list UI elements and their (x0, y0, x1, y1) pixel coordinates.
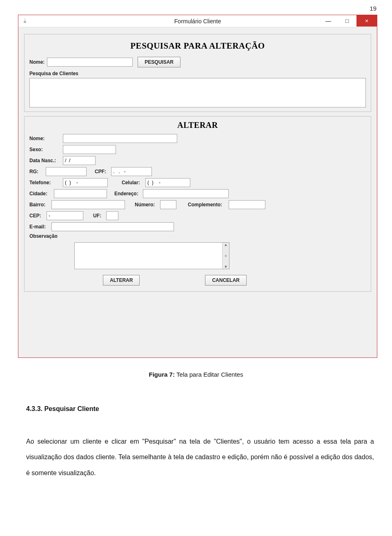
search-title: PESQUISAR PARA ALTERAÇÃO (29, 41, 366, 51)
figure-caption-prefix: Figura 7: (149, 371, 177, 378)
body-paragraph: Ao selecionar um cliente e clicar em "Pe… (26, 434, 374, 481)
nome-input[interactable] (63, 134, 177, 143)
minimize-button[interactable]: — (319, 15, 338, 27)
results-box[interactable] (29, 78, 366, 107)
close-button[interactable]: × (356, 15, 377, 27)
search-name-input[interactable] (47, 58, 133, 67)
textarea-scrollbar[interactable]: ▲ ≡ ▼ (222, 243, 229, 269)
endereco-input[interactable] (143, 189, 229, 198)
search-button[interactable]: PESQUISAR (138, 57, 180, 67)
celular-label: Celular: (122, 180, 141, 185)
page-number: 19 (370, 5, 376, 12)
obs-label: Observação (29, 233, 59, 239)
search-panel: PESQUISAR PARA ALTERAÇÃO Nome: PESQUISAR… (24, 34, 371, 112)
search-row: Nome: PESQUISAR (29, 57, 366, 67)
window-title: Formulário Cliente (174, 18, 221, 25)
telefone-label: Telefone: (29, 180, 59, 185)
cpf-label: CPF: (95, 169, 107, 174)
cidade-label: Cidade: (29, 191, 50, 197)
datanasc-input[interactable] (63, 156, 96, 165)
rg-label: RG: (29, 169, 42, 174)
email-input[interactable] (51, 222, 174, 231)
cep-label: CEP: (29, 213, 42, 219)
edit-panel: ALTERAR Nome: Sexo: Data Nasc.: RG: CPF:… (24, 116, 371, 292)
celular-input[interactable] (145, 178, 190, 187)
scroll-down-icon[interactable]: ▼ (224, 265, 228, 269)
endereco-label: Endereço: (114, 191, 139, 197)
numero-label: Número: (135, 202, 156, 208)
scroll-thumb-icon[interactable]: ≡ (225, 254, 227, 258)
email-label: E-mail: (29, 224, 47, 230)
title-bar: Formulário Cliente — □ × (18, 15, 377, 27)
cidade-input[interactable] (54, 189, 107, 198)
rg-input[interactable] (46, 167, 87, 176)
figure-caption-text: Tela para Editar Clientes (176, 371, 243, 378)
cep-input[interactable] (47, 211, 83, 220)
bairro-label: Bairro: (29, 202, 47, 208)
sexo-input[interactable] (63, 145, 116, 154)
results-label: Pesquisa de Clientes (29, 71, 366, 76)
obs-textarea[interactable]: ▲ ≡ ▼ (74, 242, 229, 269)
figure-caption: Figura 7: Tela para Editar Clientes (0, 371, 392, 378)
complemento-input[interactable] (229, 200, 265, 209)
screenshot-frame: Formulário Cliente — □ × PESQUISAR PARA … (18, 15, 377, 358)
cancelar-button[interactable]: CANCELAR (205, 275, 246, 286)
edit-title: ALTERAR (29, 121, 366, 130)
uf-label: UF: (93, 213, 102, 219)
numero-input[interactable] (160, 200, 176, 209)
alterar-button[interactable]: ALTERAR (103, 275, 140, 286)
complemento-label: Complemento: (188, 202, 225, 208)
search-name-label: Nome: (29, 59, 45, 65)
nome-label: Nome: (29, 136, 59, 141)
uf-input[interactable] (106, 211, 118, 220)
bairro-input[interactable] (51, 200, 125, 209)
telefone-input[interactable] (63, 178, 108, 187)
scroll-up-icon[interactable]: ▲ (224, 243, 228, 247)
section-heading: 4.3.3. Pesquisar Cliente (26, 405, 99, 413)
maximize-button[interactable]: □ (338, 15, 356, 27)
sexo-label: Sexo: (29, 147, 59, 152)
action-row: ALTERAR CANCELAR (103, 275, 366, 286)
window-controls: — □ × (319, 15, 377, 27)
datanasc-label: Data Nasc.: (29, 158, 59, 163)
cpf-input[interactable] (111, 167, 152, 176)
java-icon (22, 18, 28, 25)
app-window: Formulário Cliente — □ × PESQUISAR PARA … (18, 15, 377, 357)
